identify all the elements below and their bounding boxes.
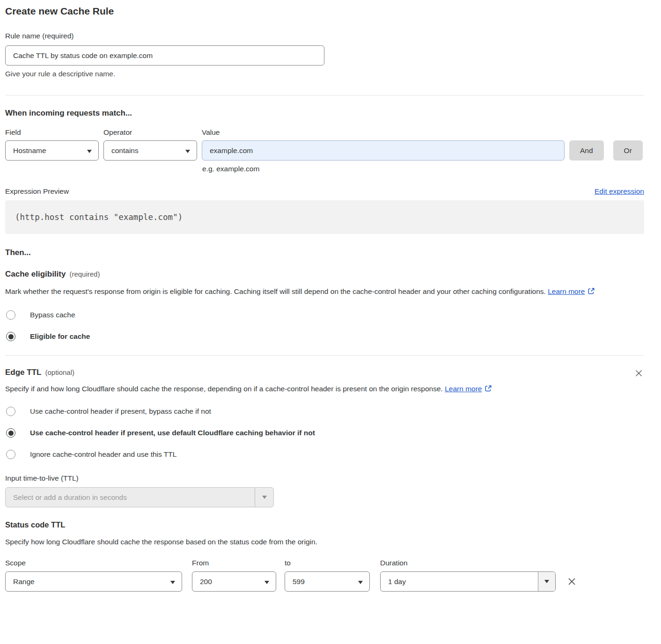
- edit-expression-link[interactable]: Edit expression: [595, 187, 644, 196]
- learn-more-label: Learn more: [445, 385, 482, 393]
- radio-icon: [6, 450, 15, 459]
- edge-ttl-description: Specify if and how long Cloudflare shoul…: [5, 382, 637, 395]
- field-select[interactable]: Hostname: [5, 140, 99, 161]
- close-icon: [634, 369, 643, 378]
- expression-preview-label: Expression Preview: [5, 187, 69, 196]
- chevron-down-icon: [87, 150, 92, 153]
- from-select-value: 200: [200, 578, 212, 586]
- scope-column: Scope Range: [5, 551, 182, 592]
- ttl-duration-dropdown-button[interactable]: [255, 488, 273, 507]
- ttl-input-label: Input time-to-live (TTL): [5, 474, 644, 483]
- external-link-icon: [485, 385, 492, 392]
- radio-label: Use cache-control header if present, byp…: [30, 407, 211, 416]
- duration-select[interactable]: 1 day: [380, 571, 556, 592]
- remove-status-code-rule-button[interactable]: [566, 576, 578, 587]
- chevron-down-icon: [544, 580, 549, 583]
- edge-ttl-learn-more-link[interactable]: Learn more: [445, 385, 492, 393]
- cache-eligibility-requirement: (required): [69, 270, 100, 278]
- rule-name-label: Rule name (required): [5, 32, 644, 40]
- field-select-value: Hostname: [13, 146, 46, 155]
- edge-ttl-close-button[interactable]: [633, 368, 644, 379]
- create-cache-rule-form: Create new Cache Rule Rule name (require…: [5, 0, 644, 592]
- match-controls-row: Hostname contains And Or: [5, 140, 644, 161]
- operator-label: Operator: [103, 128, 202, 137]
- page-title: Create new Cache Rule: [5, 6, 644, 17]
- then-heading: Then...: [5, 248, 644, 257]
- ttl-duration-select[interactable]: Select or add a duration in seconds: [5, 487, 274, 507]
- value-label: Value: [202, 128, 220, 137]
- duration-label: Duration: [380, 559, 556, 567]
- radio-label: Ignore cache-control header and use this…: [30, 450, 176, 459]
- remove-icon: [567, 577, 577, 586]
- radio-label: Bypass cache: [30, 311, 75, 319]
- operator-select[interactable]: contains: [103, 140, 197, 161]
- radio-cache-control-default[interactable]: Use cache-control header if present, use…: [5, 428, 644, 438]
- edge-ttl-description-text: Specify if and how long Cloudflare shoul…: [5, 385, 443, 393]
- value-input[interactable]: [202, 140, 565, 161]
- status-code-ttl-description: Specify how long Cloudflare should cache…: [5, 535, 637, 549]
- chevron-down-icon: [358, 581, 363, 584]
- ttl-duration-placeholder: Select or add a duration in seconds: [6, 488, 255, 507]
- duration-column: Duration 1 day: [380, 551, 556, 592]
- from-select[interactable]: 200: [192, 571, 276, 592]
- value-help: e.g. example.com: [202, 165, 644, 173]
- match-labels-row: Field Operator Value: [5, 128, 644, 137]
- radio-eligible-for-cache[interactable]: Eligible for cache: [5, 332, 644, 341]
- learn-more-label: Learn more: [548, 287, 585, 295]
- status-code-ttl-heading: Status code TTL: [5, 520, 644, 529]
- radio-icon: [6, 332, 15, 341]
- radio-label: Eligible for cache: [30, 332, 90, 341]
- and-button[interactable]: And: [569, 140, 604, 161]
- duration-select-value: 1 day: [381, 572, 538, 591]
- scope-select-value: Range: [13, 578, 35, 586]
- from-label: From: [192, 559, 276, 567]
- external-link-icon: [588, 287, 595, 295]
- to-label: to: [285, 559, 370, 567]
- edge-ttl-title: Edge TTL: [5, 368, 41, 377]
- status-code-ttl-row: Scope Range From 200 to 599 Duration 1 d…: [5, 551, 644, 592]
- scope-label: Scope: [5, 559, 182, 567]
- section-divider: [5, 95, 644, 95]
- scope-select[interactable]: Range: [5, 571, 182, 592]
- rule-name-input[interactable]: [5, 45, 324, 66]
- radio-bypass-cache[interactable]: Bypass cache: [5, 310, 644, 320]
- or-button[interactable]: Or: [613, 140, 643, 161]
- cache-eligibility-description: Mark whether the request's response from…: [5, 285, 637, 298]
- duration-dropdown-button[interactable]: [538, 572, 555, 591]
- section-divider: [5, 355, 644, 356]
- to-column: to 599: [285, 551, 370, 592]
- edge-ttl-requirement: (optional): [45, 368, 74, 376]
- radio-label: Use cache-control header if present, use…: [30, 429, 315, 437]
- chevron-down-icon: [262, 496, 267, 499]
- cache-eligibility-learn-more-link[interactable]: Learn more: [548, 287, 595, 295]
- cache-eligibility-heading: Cache eligibility(required): [5, 270, 644, 279]
- operator-select-value: contains: [111, 146, 139, 155]
- cache-eligibility-title: Cache eligibility: [5, 270, 66, 278]
- radio-icon: [6, 407, 15, 416]
- edge-ttl-heading: Edge TTL(optional): [5, 368, 74, 377]
- field-label: Field: [5, 128, 103, 137]
- match-heading: When incoming requests match...: [5, 109, 644, 118]
- to-select-value: 599: [293, 578, 305, 586]
- expression-code: (http.host contains "example.com"): [15, 212, 183, 222]
- from-column: From 200: [192, 551, 276, 592]
- edge-ttl-header: Edge TTL(optional): [5, 368, 644, 379]
- to-select[interactable]: 599: [285, 571, 370, 592]
- radio-ignore-cache-control[interactable]: Ignore cache-control header and use this…: [5, 450, 644, 459]
- rule-name-help: Give your rule a descriptive name.: [5, 70, 644, 78]
- expression-code-block: (http.host contains "example.com"): [5, 200, 644, 234]
- expression-preview-row: Expression Preview Edit expression: [5, 187, 644, 196]
- radio-icon: [6, 428, 15, 438]
- chevron-down-icon: [170, 581, 175, 584]
- cache-eligibility-description-text: Mark whether the request's response from…: [5, 287, 546, 295]
- chevron-down-icon: [185, 150, 190, 153]
- chevron-down-icon: [264, 581, 269, 584]
- radio-cache-control-bypass[interactable]: Use cache-control header if present, byp…: [5, 407, 644, 416]
- radio-icon: [6, 310, 15, 320]
